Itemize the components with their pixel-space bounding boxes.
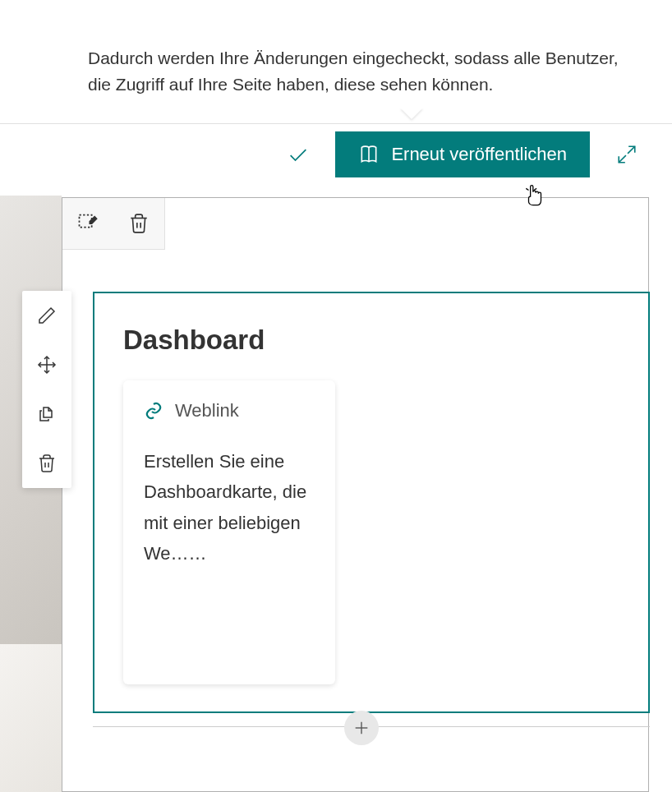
card-header: Weblink <box>144 400 315 421</box>
edit-webpart-button[interactable] <box>22 291 71 340</box>
webpart-toolbar <box>22 291 71 488</box>
trash-icon <box>128 213 150 234</box>
dashboard-title: Dashboard <box>94 293 648 372</box>
link-icon <box>144 401 163 421</box>
top-toolbar: Erneut veröffentlichen <box>278 131 672 177</box>
plus-icon <box>352 719 371 737</box>
svg-line-4 <box>534 188 536 190</box>
svg-line-3 <box>526 188 528 190</box>
delete-section-button[interactable] <box>113 198 164 249</box>
add-section-button[interactable] <box>344 711 379 745</box>
duplicate-webpart-button[interactable] <box>22 389 71 439</box>
move-webpart-button[interactable] <box>22 340 71 389</box>
dashed-edit-icon <box>76 212 99 235</box>
checkmark-icon <box>287 143 310 166</box>
edit-section-button[interactable] <box>62 198 113 249</box>
tooltip-text: Dadurch werden Ihre Änderungen eingechec… <box>88 48 619 94</box>
svg-line-1 <box>628 146 635 154</box>
copy-icon <box>37 404 57 424</box>
book-icon <box>358 144 380 165</box>
card-title: Weblink <box>175 400 239 421</box>
save-draft-button[interactable] <box>278 134 319 175</box>
svg-line-2 <box>619 155 626 163</box>
dashboard-card[interactable]: Weblink Erstellen Sie eine Dashboardkart… <box>123 380 335 684</box>
delete-webpart-button[interactable] <box>22 439 71 488</box>
republish-button[interactable]: Erneut veröffentlichen <box>335 131 590 177</box>
trash-icon <box>37 454 57 473</box>
expand-button[interactable] <box>606 134 647 175</box>
publish-button-label: Erneut veröffentlichen <box>391 144 567 165</box>
card-description: Erstellen Sie eine Dashboardkarte, die m… <box>144 446 315 569</box>
section-toolbar <box>62 198 165 250</box>
tooltip-arrow <box>400 108 423 119</box>
background-image-strip-lower <box>0 644 62 792</box>
dashboard-webpart[interactable]: Dashboard Weblink Erstellen Sie eine Das… <box>93 292 650 713</box>
pencil-icon <box>37 306 57 325</box>
expand-icon <box>616 144 637 165</box>
tooltip: Dadurch werden Ihre Änderungen eingechec… <box>71 33 647 109</box>
toolbar-divider <box>0 123 672 124</box>
move-icon <box>37 355 57 375</box>
